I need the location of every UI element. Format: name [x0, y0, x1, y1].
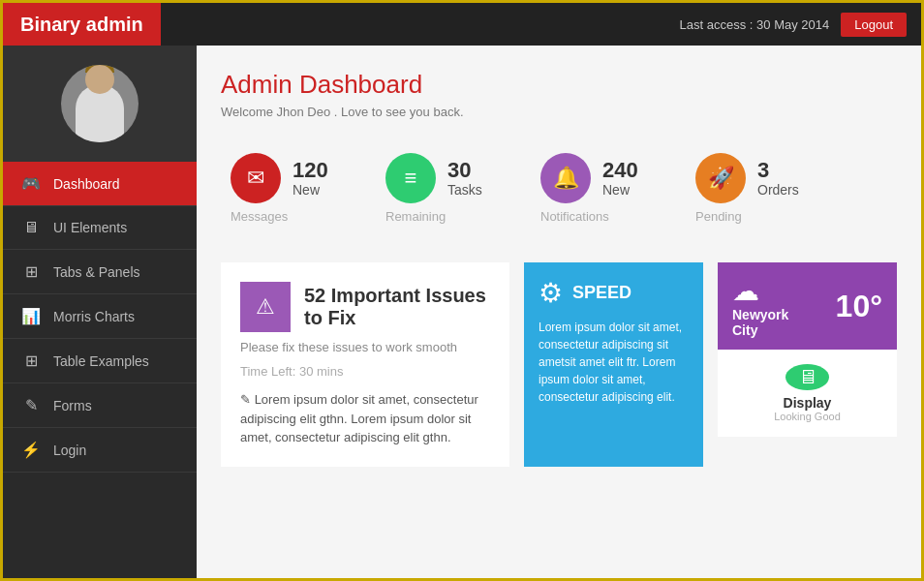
alert-box: ⚠ 52 Important Issues to Fix Please fix … — [221, 262, 509, 467]
speed-icon: ⚙ — [539, 277, 563, 309]
orders-label: Pending — [695, 209, 742, 224]
display-icon: 🖥 — [785, 364, 829, 390]
display-card: 🖥 Display Looking Good — [718, 350, 897, 437]
stat-card-orders: 🚀 3 Orders Pending — [686, 143, 841, 233]
top-header: Binary admin Last access : 30 May 2014 L… — [3, 3, 921, 46]
display-label: Display — [784, 395, 832, 411]
alert-subtitle: Please fix these issues to work smooth — [240, 340, 490, 354]
notifications-label: Notifications — [540, 209, 609, 224]
display-sublabel: Looking Good — [774, 411, 841, 422]
weather-card: ☁ Newyork City 10° — [718, 262, 897, 350]
weather-info: ☁ Newyork City — [732, 275, 788, 338]
alert-body-text: Lorem ipsum dolor sit amet, consectetur … — [240, 392, 478, 444]
sidebar: 🎮 Dashboard 🖥 UI Elements ⊞ Tabs & Panel… — [3, 46, 197, 578]
sidebar-item-dashboard-label: Dashboard — [53, 176, 120, 192]
speed-card: ⚙ SPEED Lorem ipsum dolor sit amet, cons… — [524, 262, 703, 467]
alert-icon: ⚠ — [240, 282, 291, 332]
avatar-head — [85, 65, 114, 94]
speed-header: ⚙ SPEED — [539, 277, 689, 309]
messages-label-top: New — [293, 182, 328, 198]
alert-text: ✎ Lorem ipsum dolor sit amet, consectetu… — [240, 390, 490, 447]
speed-text: Lorem ipsum dolor sit amet, consectetur … — [539, 319, 689, 406]
sidebar-item-forms[interactable]: ✎ Forms — [3, 383, 197, 428]
sidebar-item-tabs-panels-label: Tabs & Panels — [53, 264, 140, 280]
tasks-number: 30 — [447, 159, 482, 182]
stat-card-tasks: ≡ 30 Tasks Remaining — [376, 143, 531, 233]
stat-numbers-notifications: 240 New — [602, 159, 638, 198]
sidebar-item-login-label: Login — [53, 443, 86, 458]
tabs-panels-icon: ⊞ — [20, 262, 42, 281]
main-content: Admin Dashboard Welcome Jhon Deo . Love … — [197, 46, 921, 578]
login-icon: ⚡ — [20, 441, 42, 459]
right-cards: ☁ Newyork City 10° 🖥 Display Looking Goo… — [718, 262, 897, 467]
stat-numbers-tasks: 30 Tasks — [447, 159, 482, 198]
notifications-icon: 🔔 — [540, 153, 591, 203]
sidebar-item-forms-label: Forms — [53, 398, 92, 413]
weather-region: City — [732, 322, 788, 338]
sidebar-item-ui-elements[interactable]: 🖥 UI Elements — [3, 206, 197, 250]
main-layout: 🎮 Dashboard 🖥 UI Elements ⊞ Tabs & Panel… — [3, 46, 921, 578]
notifications-label-top: New — [602, 182, 638, 198]
sidebar-item-tabs-panels[interactable]: ⊞ Tabs & Panels — [3, 250, 197, 294]
sidebar-item-dashboard[interactable]: 🎮 Dashboard — [3, 162, 197, 206]
stat-numbers-orders: 3 Orders — [757, 159, 799, 198]
tasks-label: Remaining — [385, 209, 446, 224]
table-examples-icon: ⊞ — [20, 352, 42, 370]
stat-main-orders: 🚀 3 Orders — [695, 153, 799, 203]
logout-button[interactable]: Logout — [841, 13, 907, 37]
orders-icon: 🚀 — [695, 153, 746, 203]
sidebar-item-login[interactable]: ⚡ Login — [3, 428, 197, 473]
stat-main-messages: ✉ 120 New — [231, 153, 328, 203]
tasks-label-top: Tasks — [447, 182, 482, 198]
stat-main-tasks: ≡ 30 Tasks — [385, 153, 482, 203]
nav-items: 🎮 Dashboard 🖥 UI Elements ⊞ Tabs & Panel… — [3, 162, 197, 578]
sidebar-item-table-examples-label: Table Examples — [53, 353, 149, 369]
stats-row: ✉ 120 New Messages ≡ 30 Tasks Rema — [221, 143, 897, 233]
notifications-number: 240 — [602, 159, 638, 182]
messages-label: Messages — [231, 209, 288, 224]
sidebar-item-morris-charts[interactable]: 📊 Morris Charts — [3, 294, 197, 339]
orders-number: 3 — [757, 159, 799, 182]
stat-card-messages: ✉ 120 New Messages — [221, 143, 376, 233]
morris-charts-icon: 📊 — [20, 307, 42, 325]
alert-text-icon: ✎ — [240, 392, 251, 407]
alert-header: ⚠ 52 Important Issues to Fix — [240, 282, 490, 332]
sidebar-item-morris-charts-label: Morris Charts — [53, 309, 135, 324]
alert-time: Time Left: 30 mins — [240, 364, 490, 379]
sidebar-item-ui-elements-label: UI Elements — [53, 220, 127, 235]
messages-number: 120 — [293, 159, 328, 182]
tasks-icon: ≡ — [385, 153, 436, 203]
ui-elements-icon: 🖥 — [20, 219, 42, 236]
last-access-text: Last access : 30 May 2014 — [680, 17, 830, 32]
avatar-body — [76, 84, 124, 142]
sidebar-item-table-examples[interactable]: ⊞ Table Examples — [3, 339, 197, 383]
dashboard-icon: 🎮 — [20, 174, 42, 193]
stat-card-notifications: 🔔 240 New Notifications — [531, 143, 686, 233]
avatar — [61, 65, 139, 142]
page-subtitle: Welcome Jhon Deo . Love to see you back. — [221, 105, 897, 119]
page-title: Admin Dashboard — [221, 70, 897, 100]
weather-temp: 10° — [836, 289, 882, 324]
avatar-section — [3, 46, 197, 162]
weather-city: Newyork — [732, 307, 788, 322]
speed-title: SPEED — [572, 283, 631, 303]
alert-title: 52 Important Issues to Fix — [304, 285, 490, 329]
header-right: Last access : 30 May 2014 Logout — [680, 13, 907, 37]
forms-icon: ✎ — [20, 396, 42, 414]
weather-icon: ☁ — [732, 276, 759, 306]
bottom-row: ⚠ 52 Important Issues to Fix Please fix … — [221, 262, 897, 467]
messages-icon: ✉ — [231, 153, 281, 203]
orders-label-top: Orders — [757, 182, 799, 198]
stat-numbers-messages: 120 New — [293, 159, 328, 198]
stat-main-notifications: 🔔 240 New — [540, 153, 638, 203]
app-title: Binary admin — [3, 3, 161, 46]
